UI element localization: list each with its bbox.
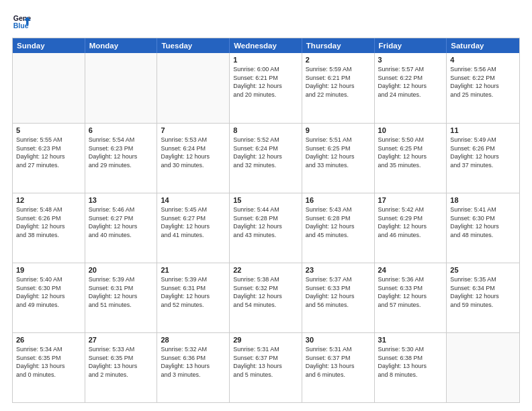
day-number: 29 — [233, 336, 298, 344]
cell-info-line: Daylight: 12 hours — [233, 292, 298, 301]
cell-info-line: Daylight: 12 hours — [233, 152, 298, 161]
cell-info-line: Daylight: 12 hours — [16, 222, 81, 231]
cell-info-line: Sunset: 6:37 PM — [233, 354, 298, 363]
cell-info-line: Sunset: 6:26 PM — [450, 144, 516, 153]
cell-info-line: Sunset: 6:22 PM — [450, 74, 516, 83]
calendar-cell: 31Sunrise: 5:30 AMSunset: 6:38 PMDayligh… — [375, 333, 447, 402]
cell-info-line: and 45 minutes. — [306, 231, 371, 240]
calendar-cell: 12Sunrise: 5:48 AMSunset: 6:26 PMDayligh… — [13, 193, 85, 263]
cell-info-line: Sunset: 6:25 PM — [378, 144, 443, 153]
cell-info-line: Sunset: 6:29 PM — [378, 214, 443, 223]
cell-info-line: Daylight: 12 hours — [161, 222, 226, 231]
cell-info-line: and 56 minutes. — [306, 301, 371, 310]
cell-info-line: Daylight: 12 hours — [233, 222, 298, 231]
cell-info-line: and 6 minutes. — [306, 371, 371, 379]
day-number: 18 — [450, 196, 516, 204]
cell-info-line: Sunset: 6:34 PM — [450, 284, 516, 293]
cell-info-line: Sunrise: 5:39 AM — [89, 275, 154, 284]
day-number: 25 — [450, 266, 516, 274]
cell-info-line: Sunset: 6:35 PM — [89, 354, 154, 363]
cell-info-line: Daylight: 12 hours — [450, 222, 516, 231]
cell-info-line: Sunrise: 5:33 AM — [89, 345, 154, 354]
cell-info-line: Sunrise: 5:43 AM — [306, 205, 371, 214]
calendar-cell: 30Sunrise: 5:31 AMSunset: 6:37 PMDayligh… — [302, 333, 375, 402]
cell-info-line: Sunset: 6:24 PM — [233, 144, 298, 153]
cell-info-line: Sunset: 6:28 PM — [233, 214, 298, 223]
cell-info-line: Sunset: 6:26 PM — [16, 214, 81, 223]
cell-info-line: Sunset: 6:31 PM — [161, 284, 226, 293]
calendar-cell: 16Sunrise: 5:43 AMSunset: 6:28 PMDayligh… — [302, 193, 375, 263]
calendar-row-1: 1Sunrise: 6:00 AMSunset: 6:21 PMDaylight… — [13, 53, 519, 123]
cell-info-line: Sunset: 6:35 PM — [16, 354, 81, 363]
day-number: 12 — [16, 196, 81, 204]
header-day-thursday: Thursday — [302, 38, 375, 53]
calendar-cell: 2Sunrise: 5:59 AMSunset: 6:21 PMDaylight… — [302, 53, 375, 123]
calendar-cell: 25Sunrise: 5:35 AMSunset: 6:34 PMDayligh… — [447, 263, 519, 332]
cell-info-line: Sunrise: 5:59 AM — [306, 65, 371, 74]
cell-info-line: Sunrise: 5:49 AM — [450, 136, 516, 144]
cell-info-line: Daylight: 12 hours — [378, 152, 443, 161]
cell-info-line: Sunrise: 5:37 AM — [306, 275, 371, 284]
cell-info-line: Sunrise: 5:32 AM — [161, 345, 226, 354]
calendar-cell: 19Sunrise: 5:40 AMSunset: 6:30 PMDayligh… — [13, 263, 85, 332]
cell-info-line: Daylight: 12 hours — [89, 222, 154, 231]
cell-info-line: and 52 minutes. — [161, 301, 226, 310]
day-number: 16 — [306, 196, 371, 204]
day-number: 10 — [378, 126, 443, 134]
cell-info-line: and 27 minutes. — [16, 161, 81, 170]
cell-info-line: Sunrise: 5:56 AM — [450, 65, 516, 74]
calendar-cell: 22Sunrise: 5:38 AMSunset: 6:32 PMDayligh… — [230, 263, 302, 332]
cell-info-line: Sunset: 6:27 PM — [89, 214, 154, 223]
cell-info-line: Sunset: 6:31 PM — [89, 284, 154, 293]
header-day-wednesday: Wednesday — [230, 38, 302, 53]
cell-info-line: and 49 minutes. — [16, 301, 81, 310]
cell-info-line: Sunset: 6:21 PM — [306, 74, 371, 83]
cell-info-line: Sunrise: 5:31 AM — [306, 345, 371, 354]
cell-info-line: Daylight: 13 hours — [306, 362, 371, 371]
cell-info-line: Daylight: 12 hours — [161, 152, 226, 161]
cell-info-line: Daylight: 12 hours — [233, 82, 298, 91]
calendar-row-4: 19Sunrise: 5:40 AMSunset: 6:30 PMDayligh… — [13, 263, 519, 332]
day-number: 11 — [450, 126, 516, 134]
cell-info-line: and 22 minutes. — [306, 91, 371, 99]
calendar-cell: 6Sunrise: 5:54 AMSunset: 6:23 PMDaylight… — [85, 124, 158, 193]
cell-info-line: Daylight: 12 hours — [378, 222, 443, 231]
calendar-header: SundayMondayTuesdayWednesdayThursdayFrid… — [13, 38, 519, 53]
calendar-cell: 18Sunrise: 5:41 AMSunset: 6:30 PMDayligh… — [447, 193, 519, 263]
cell-info-line: and 2 minutes. — [89, 371, 154, 379]
cell-info-line: Sunrise: 5:52 AM — [233, 136, 298, 144]
cell-info-line: Sunrise: 5:46 AM — [89, 205, 154, 214]
cell-info-line: Sunset: 6:33 PM — [378, 284, 443, 293]
calendar-cell: 23Sunrise: 5:37 AMSunset: 6:33 PMDayligh… — [302, 263, 375, 332]
calendar-cell: 5Sunrise: 5:55 AMSunset: 6:23 PMDaylight… — [13, 124, 85, 193]
cell-info-line: Sunrise: 5:50 AM — [378, 136, 443, 144]
day-number: 2 — [306, 56, 371, 64]
day-number: 19 — [16, 266, 81, 274]
cell-info-line: and 46 minutes. — [378, 231, 443, 240]
cell-info-line: and 8 minutes. — [378, 371, 443, 379]
calendar-cell: 15Sunrise: 5:44 AMSunset: 6:28 PMDayligh… — [230, 193, 302, 263]
cell-info-line: Sunset: 6:32 PM — [233, 284, 298, 293]
day-number: 5 — [16, 126, 81, 134]
cell-info-line: Daylight: 13 hours — [16, 362, 81, 371]
calendar-cell: 14Sunrise: 5:45 AMSunset: 6:27 PMDayligh… — [157, 193, 230, 263]
calendar-cell: 17Sunrise: 5:42 AMSunset: 6:29 PMDayligh… — [375, 193, 447, 263]
calendar-cell: 4Sunrise: 5:56 AMSunset: 6:22 PMDaylight… — [447, 53, 519, 123]
day-number: 9 — [306, 126, 371, 134]
calendar-cell: 24Sunrise: 5:36 AMSunset: 6:33 PMDayligh… — [375, 263, 447, 332]
cell-info-line: and 0 minutes. — [16, 371, 81, 379]
cell-info-line: and 43 minutes. — [233, 231, 298, 240]
header: General Blue — [12, 12, 520, 31]
calendar-cell: 28Sunrise: 5:32 AMSunset: 6:36 PMDayligh… — [157, 333, 230, 402]
calendar-cell: 9Sunrise: 5:51 AMSunset: 6:25 PMDaylight… — [302, 124, 375, 193]
cell-info-line: Sunset: 6:33 PM — [306, 284, 371, 293]
cell-info-line: Daylight: 12 hours — [378, 292, 443, 301]
calendar-body: 1Sunrise: 6:00 AMSunset: 6:21 PMDaylight… — [13, 53, 519, 402]
calendar-cell — [13, 53, 85, 123]
calendar-cell: 27Sunrise: 5:33 AMSunset: 6:35 PMDayligh… — [85, 333, 158, 402]
day-number: 27 — [89, 336, 154, 344]
day-number: 30 — [306, 336, 371, 344]
header-day-saturday: Saturday — [447, 38, 519, 53]
calendar-cell — [157, 53, 230, 123]
cell-info-line: and 59 minutes. — [450, 301, 516, 310]
